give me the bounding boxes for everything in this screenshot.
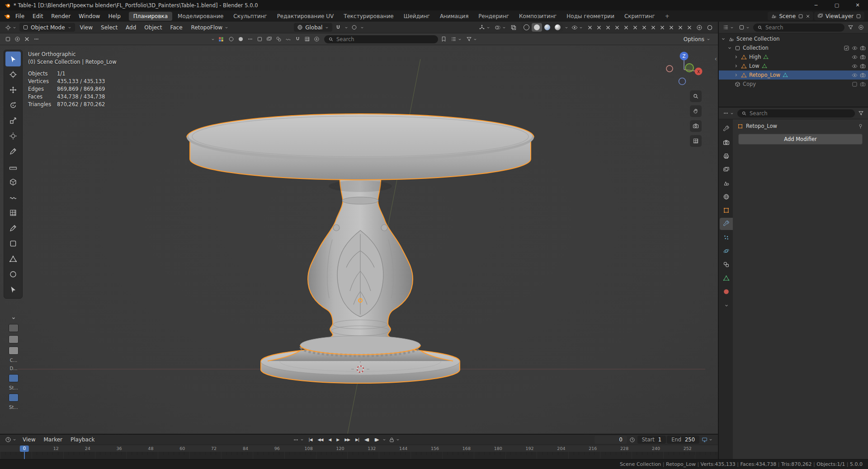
viewport-menu-5[interactable]: Face [166, 23, 186, 32]
addon-tool-button-11[interactable] [676, 24, 684, 31]
workspace-tab-9[interactable]: Композитинг [514, 12, 561, 21]
chevron-down-icon[interactable] [721, 36, 726, 42]
side-label[interactable]: St... [9, 385, 18, 390]
addon-tool-button-2[interactable] [595, 24, 603, 31]
neg-z-axis-ball[interactable] [679, 78, 686, 85]
camera-icon[interactable] [860, 54, 866, 60]
properties-filter-button[interactable] [857, 109, 865, 117]
add-circle-button[interactable] [695, 23, 704, 32]
tool-rotate[interactable] [5, 98, 21, 113]
blender-app-menu-icon[interactable] [4, 13, 11, 20]
chevron-right-icon[interactable] [733, 72, 739, 78]
filter-button[interactable] [465, 35, 479, 43]
proportional-options-chevron-icon[interactable] [360, 25, 364, 30]
tool-move[interactable] [5, 82, 21, 97]
shading-wireframe-button[interactable] [521, 23, 532, 32]
select-mode-subtract[interactable] [23, 35, 31, 43]
addon-tool-button-1[interactable] [586, 24, 594, 31]
properties-tab-constraints[interactable] [720, 258, 733, 271]
visibility-dropdown[interactable] [570, 23, 585, 32]
workspace-tab-10[interactable]: Ноды геометрии [562, 12, 619, 21]
tool-cursor[interactable] [5, 67, 21, 82]
tool-rf-patches[interactable] [5, 236, 21, 251]
tool-setting-mask[interactable] [227, 35, 236, 43]
workspace-tab-3[interactable]: Скульптинг [229, 12, 271, 21]
workspace-tab-6[interactable]: Шейдинг [399, 12, 434, 21]
chevron-down-icon[interactable] [727, 45, 732, 51]
zoom-button[interactable] [690, 90, 702, 102]
gizmo-toggle[interactable] [477, 23, 492, 32]
bookmark-button[interactable] [439, 35, 448, 43]
transport-play-reverse[interactable]: ◀ [326, 436, 333, 443]
current-frame-field[interactable]: 0 [594, 436, 627, 444]
workspace-tab-1[interactable]: Планировка [129, 12, 172, 21]
3d-viewport[interactable]: C...D...St...St... User Orthographic (0)… [0, 45, 718, 434]
minimize-button[interactable]: ─ [806, 0, 826, 10]
check-icon[interactable] [844, 45, 849, 51]
new-collection-button[interactable] [857, 23, 865, 31]
snap-options-chevron-icon[interactable] [344, 25, 349, 30]
outliner-editor-type-button[interactable] [722, 23, 736, 31]
chevron-right-icon[interactable] [733, 63, 739, 69]
app-menu-3[interactable]: Render [47, 12, 74, 20]
side-swatch[interactable] [9, 335, 19, 343]
transport-next-keyframe[interactable]: ▶▶ [342, 436, 352, 443]
tool-setting-mirror[interactable] [274, 35, 283, 43]
breadcrumb-object-name[interactable]: Retopo_Low [746, 123, 777, 129]
tool-setting-magnet[interactable] [293, 35, 302, 43]
tool-setting-grid[interactable] [303, 35, 311, 43]
workspace-tab-8[interactable]: Рендеринг [474, 12, 514, 21]
snap-toggle[interactable] [334, 23, 343, 32]
properties-tab-scene[interactable] [720, 177, 733, 189]
tool-rf-polypen[interactable] [5, 251, 21, 266]
tool-setting-layers[interactable] [265, 35, 274, 43]
addon-tool-button-3[interactable] [604, 24, 612, 31]
new-scene-icon[interactable] [798, 14, 803, 19]
properties-tab-output[interactable] [720, 150, 733, 162]
addon-tool-button-4[interactable] [613, 24, 621, 31]
retopoflow-menu[interactable]: RetopoFlow [188, 23, 233, 32]
frame-end-field[interactable]: End 250 [667, 436, 699, 444]
keying-options-chevron-icon[interactable] [382, 437, 387, 442]
chevron-right-icon[interactable] [733, 54, 739, 60]
properties-tab-modifiers[interactable] [720, 218, 733, 230]
tool-measure[interactable] [5, 159, 21, 174]
neg-x-axis-ball[interactable] [666, 66, 673, 72]
side-swatch[interactable] [9, 394, 19, 402]
lock-toggle[interactable] [387, 436, 401, 444]
select-mode-invert[interactable] [32, 35, 41, 43]
workspace-add-button[interactable]: + [660, 12, 674, 21]
properties-tab-physics[interactable] [720, 245, 733, 257]
xray-toggle[interactable] [509, 23, 518, 32]
properties-tab-world[interactable] [720, 191, 733, 203]
timeline-ruler[interactable]: 0 01224364860728496108120132144156168180… [0, 445, 718, 452]
table-object[interactable] [187, 114, 534, 383]
camera-icon[interactable] [860, 45, 866, 51]
tool-rf-polystrips[interactable] [5, 205, 21, 220]
tool-rf-contours[interactable] [5, 190, 21, 205]
viewport-menu-4[interactable]: Object [141, 23, 165, 32]
timeline-menu-1[interactable]: View [19, 436, 39, 444]
app-menu-4[interactable]: Window [75, 12, 104, 20]
unlink-scene-icon[interactable] [806, 14, 810, 19]
camera-view-button[interactable] [690, 120, 702, 132]
eye-icon[interactable] [852, 72, 858, 78]
shading-options-chevron-icon[interactable] [564, 25, 569, 30]
viewlayer-selector[interactable]: ViewLayer [814, 12, 864, 20]
properties-tab-view-layer[interactable] [720, 164, 733, 176]
transport-jump-start[interactable]: |◀ [307, 436, 315, 443]
addon-tool-button-5[interactable] [622, 24, 630, 31]
properties-tab-particles[interactable] [720, 231, 733, 244]
shading-rendered-button[interactable] [552, 23, 563, 32]
frame-start-field[interactable]: Start 1 [637, 436, 666, 444]
side-swatch[interactable] [9, 374, 19, 382]
maximize-button[interactable]: ▢ [826, 0, 847, 10]
timeline-display-button[interactable] [700, 436, 714, 444]
properties-tab-render[interactable] [720, 136, 733, 149]
tool-setting-wave[interactable] [284, 35, 292, 43]
sidebar-toggle[interactable]: ‹ [714, 55, 717, 62]
viewport-menu-3[interactable]: Add [122, 23, 140, 32]
properties-tab-object[interactable] [720, 204, 733, 216]
eye-icon[interactable] [852, 63, 858, 69]
pin-icon[interactable] [858, 123, 863, 129]
